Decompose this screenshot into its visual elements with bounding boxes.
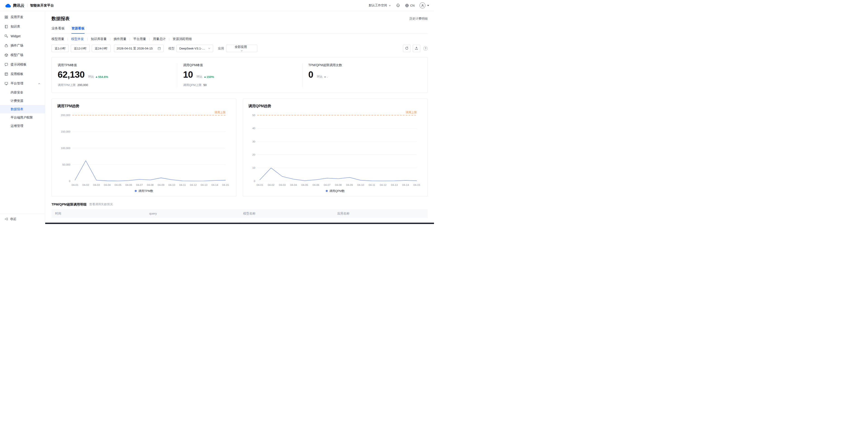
model-select[interactable]: DeepSeek-V3.1-Te... (177, 45, 213, 52)
svg-text:04-12: 04-12 (190, 183, 197, 186)
sidebar-item-label: Widget (11, 34, 21, 38)
column-header-query: query (146, 212, 240, 215)
compare-label: 环比 (317, 75, 323, 79)
brand-name: 腾讯云 (13, 3, 24, 8)
filter-tools: ? (403, 45, 428, 52)
svg-text:50,000: 50,000 (62, 163, 70, 166)
stat-title: 调用TPM峰值 (58, 63, 171, 67)
sidebar-item-label: 插件广场 (11, 43, 23, 48)
sidebar-item-model-market[interactable]: 模型广场 (0, 50, 45, 60)
tencent-cloud-logo-icon[interactable] (5, 3, 11, 8)
tab-bar: 业务看板 资源看板 (52, 26, 428, 34)
svg-text:200,000: 200,000 (61, 113, 70, 116)
subtab-kb-capacity[interactable]: 知识库容量 (91, 37, 107, 41)
svg-text:04-11: 04-11 (369, 183, 375, 186)
svg-text:04-03: 04-03 (279, 183, 286, 186)
sidebar-subitem-data-report[interactable]: 数据报表 (0, 105, 45, 113)
locale-label: CN (410, 4, 415, 7)
help-icon[interactable]: ? (423, 46, 428, 50)
collapse-sidebar-button[interactable]: 收起 (0, 214, 45, 224)
globe-icon (405, 4, 409, 7)
tpm-trend-chart: 050,000100,000150,000200,000调用上限04-0104-… (57, 109, 231, 188)
svg-text:04-02: 04-02 (268, 183, 274, 186)
column-header-app-name: 应用名称 (334, 212, 428, 216)
svg-text:04-05: 04-05 (115, 183, 121, 186)
legend-label: 调用TPM数 (138, 189, 153, 193)
svg-text:04-14: 04-14 (211, 183, 218, 186)
locale-selector[interactable]: CN (405, 4, 415, 7)
sidebar-subitem-label: 数据报表 (11, 107, 23, 111)
workspace-selector[interactable]: 默认工作空间 (369, 3, 391, 7)
svg-text:0: 0 (254, 179, 255, 182)
notification-bell-icon[interactable] (396, 3, 400, 7)
stat-limit-value: 200,000 (77, 83, 88, 87)
svg-text:04-04: 04-04 (290, 183, 297, 186)
collapse-sidebar-label: 收起 (10, 217, 16, 221)
tab-resource-board[interactable]: 资源看板 (71, 26, 85, 34)
grid-icon (4, 15, 8, 19)
stat-limit: 调用TPM上限200,000 (58, 83, 171, 87)
tab-business-board[interactable]: 业务看板 (52, 26, 65, 33)
sidebar-item-label: 知识库 (11, 25, 20, 29)
subtab-plugin-usage[interactable]: 插件用量 (114, 37, 126, 41)
stat-main: 0 环比 - (308, 70, 422, 79)
time-range-button-1h[interactable]: 近1小时 (52, 45, 69, 52)
column-header-time: 时间 (52, 212, 146, 216)
compare-value: 150% (204, 75, 214, 78)
subtab-usage-total[interactable]: 用量总计 (153, 37, 166, 41)
sidebar-item-label: 模型广场 (11, 53, 23, 57)
legend-label: 调用QPM数 (329, 189, 345, 193)
svg-text:04-15: 04-15 (222, 183, 229, 186)
chart-card-qpm: 调用QPM趋势 01020304050调用上限04-0104-0204-0304… (243, 99, 428, 197)
book-icon (4, 25, 8, 29)
sidebar-item-prompt-template[interactable]: 提示词模板 (0, 60, 45, 69)
date-range-picker[interactable]: 2026-04-01 至 2026-04-15 (114, 45, 164, 52)
main-layout: 应用开发 知识库 Widget 插件广场 (0, 11, 434, 224)
app-select-value: 全部应用 (235, 45, 247, 49)
header-divider (27, 4, 27, 7)
account-menu[interactable] (420, 2, 429, 8)
sidebar-subitem-content-safety[interactable]: 内容安全 (0, 88, 45, 97)
svg-text:04-02: 04-02 (82, 183, 89, 186)
svg-text:50: 50 (252, 113, 255, 116)
subtab-platform-usage[interactable]: 平台用量 (133, 37, 146, 41)
sidebar-item-app-dev[interactable]: 应用开发 (0, 12, 45, 22)
subtab-model-usage[interactable]: 模型用量 (52, 37, 64, 41)
export-button[interactable] (413, 45, 420, 52)
app-select[interactable]: 全部应用 (226, 45, 257, 52)
compare-label: 环比 (88, 75, 94, 79)
subtab-separator (149, 38, 150, 41)
main-content: 数据报表 历史计费明细 业务看板 资源看板 模型用量 模型并发 知识库容量 插件… (45, 11, 434, 224)
sidebar-item-app-template[interactable]: 应用模板 (0, 69, 45, 79)
charts-row: 调用TPM趋势 050,000100,000150,000200,000调用上限… (52, 99, 428, 197)
legend-item[interactable]: 调用TPM数 (57, 188, 231, 194)
svg-text:10: 10 (252, 166, 255, 169)
stat-title: TPM/QPM超限调用次数 (308, 63, 422, 67)
header-actions: 默认工作空间 CN (369, 2, 429, 8)
subtab-model-concurrency[interactable]: 模型并发 (71, 37, 84, 41)
sidebar-subitem-label: 运维管理 (11, 124, 23, 128)
sidebar-item-widget[interactable]: Widget (0, 31, 45, 41)
legend-item[interactable]: 调用QPM数 (248, 188, 422, 194)
chat-bubble-icon (4, 63, 8, 66)
stat-title: 调用QPM峰值 (183, 63, 296, 67)
chevron-down-icon (389, 4, 391, 7)
history-billing-link[interactable]: 历史计费明细 (409, 17, 428, 21)
sidebar-item-plugin-market[interactable]: 插件广场 (0, 41, 45, 50)
svg-text:04-13: 04-13 (391, 183, 398, 186)
legend-dot-icon (326, 190, 328, 192)
time-range-button-24h[interactable]: 近24小时 (92, 45, 111, 52)
sidebar-subitem-billing-resource[interactable]: 计费资源 (0, 97, 45, 105)
app-filter-label: 应用 (218, 46, 224, 50)
refresh-button[interactable] (403, 45, 410, 52)
time-range-button-12h[interactable]: 近12小时 (71, 45, 90, 52)
svg-text:04-08: 04-08 (335, 183, 342, 186)
subtab-resource-consumption-detail[interactable]: 资源消耗明细 (173, 37, 192, 41)
svg-text:调用上限: 调用上限 (405, 111, 417, 114)
sidebar-subitem-ops-manage[interactable]: 运维管理 (0, 122, 45, 130)
sidebar-subitem-platform-user-perm[interactable]: 平台端用户权限 (0, 113, 45, 122)
sidebar-subitem-label: 内容安全 (11, 91, 23, 95)
sidebar-item-knowledge-base[interactable]: 知识库 (0, 22, 45, 31)
model-filter-label: 模型 (168, 46, 175, 50)
sidebar-item-platform-manage[interactable]: 平台管理 (0, 79, 45, 88)
